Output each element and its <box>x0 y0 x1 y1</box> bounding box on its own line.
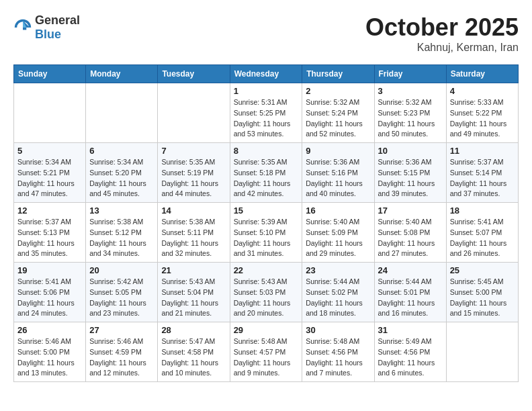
day-info: Sunrise: 5:36 AMSunset: 5:16 PMDaylight:… <box>306 157 370 199</box>
calendar-cell: 9Sunrise: 5:36 AMSunset: 5:16 PMDaylight… <box>302 143 374 203</box>
weekday-header: Sunday <box>14 65 86 83</box>
calendar-cell: 8Sunrise: 5:35 AMSunset: 5:18 PMDaylight… <box>230 143 302 203</box>
day-number: 18 <box>450 205 515 216</box>
calendar-cell: 16Sunrise: 5:40 AMSunset: 5:09 PMDayligh… <box>302 203 374 263</box>
day-info: Sunrise: 5:41 AMSunset: 5:07 PMDaylight:… <box>450 217 515 259</box>
calendar-cell: 10Sunrise: 5:36 AMSunset: 5:15 PMDayligh… <box>374 143 446 203</box>
calendar-cell: 11Sunrise: 5:37 AMSunset: 5:14 PMDayligh… <box>446 143 518 203</box>
calendar-table: SundayMondayTuesdayWednesdayThursdayFrid… <box>13 64 519 382</box>
calendar-cell: 17Sunrise: 5:40 AMSunset: 5:08 PMDayligh… <box>374 203 446 263</box>
day-info: Sunrise: 5:41 AMSunset: 5:06 PMDaylight:… <box>17 277 82 319</box>
day-number: 9 <box>306 146 370 156</box>
calendar-cell: 23Sunrise: 5:44 AMSunset: 5:02 PMDayligh… <box>302 263 374 322</box>
calendar-cell: 2Sunrise: 5:32 AMSunset: 5:24 PMDaylight… <box>302 83 374 143</box>
calendar-week-row: 1Sunrise: 5:31 AMSunset: 5:25 PMDaylight… <box>14 83 519 143</box>
day-info: Sunrise: 5:35 AMSunset: 5:19 PMDaylight:… <box>161 157 226 199</box>
calendar-cell: 25Sunrise: 5:45 AMSunset: 5:00 PMDayligh… <box>446 263 518 322</box>
calendar-cell: 15Sunrise: 5:39 AMSunset: 5:10 PMDayligh… <box>230 203 302 263</box>
day-info: Sunrise: 5:43 AMSunset: 5:04 PMDaylight:… <box>161 277 226 319</box>
logo-icon <box>13 18 32 37</box>
day-number: 14 <box>161 205 226 216</box>
day-info: Sunrise: 5:46 AMSunset: 5:00 PMDaylight:… <box>17 336 82 379</box>
logo-text: General Blue <box>35 13 80 42</box>
day-info: Sunrise: 5:49 AMSunset: 4:56 PMDaylight:… <box>378 336 443 379</box>
calendar-week-row: 5Sunrise: 5:34 AMSunset: 5:21 PMDaylight… <box>14 143 519 203</box>
weekday-header: Tuesday <box>158 65 230 83</box>
day-number: 25 <box>450 265 515 275</box>
calendar-cell: 19Sunrise: 5:41 AMSunset: 5:06 PMDayligh… <box>14 263 86 322</box>
day-info: Sunrise: 5:35 AMSunset: 5:18 PMDaylight:… <box>234 157 299 199</box>
day-number: 20 <box>89 265 154 275</box>
day-info: Sunrise: 5:34 AMSunset: 5:20 PMDaylight:… <box>89 157 154 199</box>
day-number: 24 <box>378 265 443 275</box>
weekday-header: Monday <box>86 65 158 83</box>
weekday-header: Thursday <box>302 65 374 83</box>
logo-blue: Blue <box>35 28 61 41</box>
day-number: 16 <box>306 205 370 216</box>
day-info: Sunrise: 5:42 AMSunset: 5:05 PMDaylight:… <box>89 277 154 319</box>
calendar-cell: 14Sunrise: 5:38 AMSunset: 5:11 PMDayligh… <box>158 203 230 263</box>
day-number: 31 <box>378 325 443 335</box>
day-number: 8 <box>234 146 299 156</box>
calendar-cell: 3Sunrise: 5:32 AMSunset: 5:23 PMDaylight… <box>374 83 446 143</box>
day-number: 12 <box>17 205 82 216</box>
day-number: 23 <box>306 265 370 275</box>
calendar-cell <box>446 322 518 382</box>
day-info: Sunrise: 5:44 AMSunset: 5:02 PMDaylight:… <box>306 277 370 319</box>
calendar-cell <box>86 83 158 143</box>
calendar-cell: 1Sunrise: 5:31 AMSunset: 5:25 PMDaylight… <box>230 83 302 143</box>
calendar-cell: 7Sunrise: 5:35 AMSunset: 5:19 PMDaylight… <box>158 143 230 203</box>
calendar-cell: 29Sunrise: 5:48 AMSunset: 4:57 PMDayligh… <box>230 322 302 382</box>
day-info: Sunrise: 5:38 AMSunset: 5:12 PMDaylight:… <box>89 217 154 259</box>
day-number: 17 <box>378 205 443 216</box>
logo-general: General <box>35 13 80 27</box>
day-number: 5 <box>17 146 82 156</box>
calendar-cell: 13Sunrise: 5:38 AMSunset: 5:12 PMDayligh… <box>86 203 158 263</box>
calendar-cell: 30Sunrise: 5:48 AMSunset: 4:56 PMDayligh… <box>302 322 374 382</box>
calendar-cell: 26Sunrise: 5:46 AMSunset: 5:00 PMDayligh… <box>14 322 86 382</box>
calendar-cell: 4Sunrise: 5:33 AMSunset: 5:22 PMDaylight… <box>446 83 518 143</box>
day-number: 22 <box>234 265 299 275</box>
day-number: 7 <box>161 146 226 156</box>
calendar-week-row: 19Sunrise: 5:41 AMSunset: 5:06 PMDayligh… <box>14 263 519 322</box>
calendar-cell: 24Sunrise: 5:44 AMSunset: 5:01 PMDayligh… <box>374 263 446 322</box>
day-info: Sunrise: 5:32 AMSunset: 5:24 PMDaylight:… <box>306 97 370 140</box>
day-info: Sunrise: 5:33 AMSunset: 5:22 PMDaylight:… <box>450 97 515 140</box>
day-info: Sunrise: 5:48 AMSunset: 4:56 PMDaylight:… <box>306 336 370 379</box>
weekday-header: Wednesday <box>230 65 302 83</box>
day-info: Sunrise: 5:38 AMSunset: 5:11 PMDaylight:… <box>161 217 226 259</box>
day-number: 4 <box>450 86 515 96</box>
day-number: 30 <box>306 325 370 335</box>
day-info: Sunrise: 5:34 AMSunset: 5:21 PMDaylight:… <box>17 157 82 199</box>
calendar-cell: 28Sunrise: 5:47 AMSunset: 4:58 PMDayligh… <box>158 322 230 382</box>
calendar-header-row: SundayMondayTuesdayWednesdayThursdayFrid… <box>14 65 519 83</box>
day-number: 3 <box>378 86 443 96</box>
calendar-cell: 22Sunrise: 5:43 AMSunset: 5:03 PMDayligh… <box>230 263 302 322</box>
day-info: Sunrise: 5:43 AMSunset: 5:03 PMDaylight:… <box>234 277 299 319</box>
calendar-cell: 5Sunrise: 5:34 AMSunset: 5:21 PMDaylight… <box>14 143 86 203</box>
page-header: General Blue October 2025 Kahnuj, Kerman… <box>13 13 519 54</box>
day-info: Sunrise: 5:37 AMSunset: 5:13 PMDaylight:… <box>17 217 82 259</box>
day-number: 2 <box>306 86 370 96</box>
day-number: 10 <box>378 146 443 156</box>
weekday-header: Friday <box>374 65 446 83</box>
day-info: Sunrise: 5:40 AMSunset: 5:08 PMDaylight:… <box>378 217 443 259</box>
day-number: 1 <box>234 86 299 96</box>
day-number: 28 <box>161 325 226 335</box>
day-info: Sunrise: 5:48 AMSunset: 4:57 PMDaylight:… <box>234 336 299 379</box>
calendar-cell <box>158 83 230 143</box>
day-number: 11 <box>450 146 515 156</box>
calendar-cell: 27Sunrise: 5:46 AMSunset: 4:59 PMDayligh… <box>86 322 158 382</box>
day-info: Sunrise: 5:47 AMSunset: 4:58 PMDaylight:… <box>161 336 226 379</box>
logo: General Blue <box>13 13 80 42</box>
day-number: 19 <box>17 265 82 275</box>
calendar-cell: 18Sunrise: 5:41 AMSunset: 5:07 PMDayligh… <box>446 203 518 263</box>
title-block: October 2025 Kahnuj, Kerman, Iran <box>365 13 519 54</box>
calendar-cell: 20Sunrise: 5:42 AMSunset: 5:05 PMDayligh… <box>86 263 158 322</box>
day-info: Sunrise: 5:37 AMSunset: 5:14 PMDaylight:… <box>450 157 515 199</box>
day-info: Sunrise: 5:32 AMSunset: 5:23 PMDaylight:… <box>378 97 443 140</box>
weekday-header: Saturday <box>446 65 518 83</box>
day-info: Sunrise: 5:36 AMSunset: 5:15 PMDaylight:… <box>378 157 443 199</box>
day-info: Sunrise: 5:44 AMSunset: 5:01 PMDaylight:… <box>378 277 443 319</box>
calendar-cell: 12Sunrise: 5:37 AMSunset: 5:13 PMDayligh… <box>14 203 86 263</box>
